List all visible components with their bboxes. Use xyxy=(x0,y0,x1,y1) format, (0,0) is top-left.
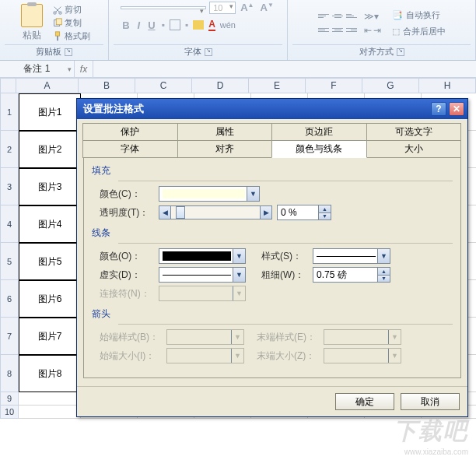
col-header-B[interactable]: B xyxy=(79,78,135,93)
slider-right-button[interactable]: ▶ xyxy=(260,205,272,219)
begin-style-combo: ▼ xyxy=(166,329,244,345)
begin-size-label: 始端大小(I)： xyxy=(100,349,162,363)
cell-A3[interactable]: 图片3 xyxy=(19,168,81,205)
cancel-button[interactable]: 取消 xyxy=(401,393,460,410)
font-name-combo[interactable] xyxy=(121,6,206,9)
line-style-combo[interactable]: ▼ xyxy=(313,248,390,264)
tab-可选文字[interactable]: 可选文字 xyxy=(366,123,462,141)
align-middle-button[interactable] xyxy=(331,11,344,22)
font-dialog-launcher[interactable] xyxy=(205,48,212,56)
indent-inc-button[interactable]: ⇥ xyxy=(373,25,381,36)
clipboard-dialog-launcher[interactable] xyxy=(65,48,72,56)
tab-保护[interactable]: 保护 xyxy=(82,123,178,141)
italic-button[interactable]: I xyxy=(136,19,142,31)
watermark: 下载吧 xyxy=(394,416,468,448)
line-color-combo[interactable]: ▼ xyxy=(159,248,246,264)
tab-颜色与线条[interactable]: 颜色与线条 xyxy=(271,140,367,158)
col-header-G[interactable]: G xyxy=(362,78,419,93)
col-header-H[interactable]: H xyxy=(419,78,476,93)
grow-font-button[interactable]: A▲ xyxy=(239,2,255,13)
cell-A8[interactable]: 图片8 xyxy=(19,355,81,392)
font-group-label: 字体 xyxy=(184,46,201,58)
paste-button[interactable]: 粘贴 xyxy=(18,2,46,44)
bold-button[interactable]: B xyxy=(121,19,131,31)
end-style-label: 末端样式(E)： xyxy=(257,331,319,344)
align-dialog-launcher[interactable] xyxy=(397,48,404,56)
cell-A1[interactable]: 图片1 xyxy=(19,93,81,131)
wrap-text-button[interactable]: 📑 自动换行 xyxy=(392,9,445,21)
underline-button[interactable]: U xyxy=(146,19,156,31)
row-header-3[interactable]: 3 xyxy=(0,168,19,205)
font-size-combo[interactable]: 10 xyxy=(209,2,236,14)
col-header-E[interactable]: E xyxy=(249,78,306,93)
line-dash-label: 虚实(D)： xyxy=(100,269,154,282)
col-header-C[interactable]: C xyxy=(135,78,192,93)
row-header-1[interactable]: 1 xyxy=(0,93,19,131)
fx-button[interactable]: fx xyxy=(75,61,93,77)
line-dash-combo[interactable]: ▼ xyxy=(159,267,246,283)
dialog-titlebar[interactable]: 设置批注格式 ? ✕ xyxy=(77,99,467,119)
cell-A10[interactable] xyxy=(19,406,81,419)
row-header-8[interactable]: 8 xyxy=(0,355,19,392)
shrink-font-button[interactable]: A▼ xyxy=(259,2,275,13)
cell-A6[interactable]: 图片6 xyxy=(19,280,81,318)
paste-label: 粘贴 xyxy=(23,29,41,42)
orientation-button[interactable]: ≫▾ xyxy=(364,11,379,22)
col-header-A[interactable]: A xyxy=(16,78,79,93)
slider-track[interactable] xyxy=(171,205,260,219)
fmtpainter-button[interactable]: 格式刷 xyxy=(52,30,90,42)
fill-color-button[interactable] xyxy=(193,20,204,30)
cell-A4[interactable]: 图片4 xyxy=(19,205,81,243)
cell-A2[interactable]: 图片2 xyxy=(19,131,81,168)
tab-属性[interactable]: 属性 xyxy=(177,123,273,141)
row-header-5[interactable]: 5 xyxy=(0,243,19,280)
borders-button[interactable] xyxy=(170,19,180,30)
transparency-spin[interactable]: 0 %▲▼ xyxy=(277,205,331,220)
font-color-button[interactable]: A xyxy=(208,19,215,31)
tab-对齐[interactable]: 对齐 xyxy=(177,140,273,158)
col-header-F[interactable]: F xyxy=(306,78,362,93)
clipboard-icon xyxy=(21,4,43,27)
ok-button[interactable]: 确定 xyxy=(335,393,394,410)
phonetic-button[interactable]: wén xyxy=(220,20,236,30)
row-header-10[interactable]: 10 xyxy=(0,406,19,419)
cell-A9[interactable] xyxy=(19,392,81,406)
align-left-button[interactable] xyxy=(317,25,330,36)
tab-页边距[interactable]: 页边距 xyxy=(271,123,367,141)
cell-A5[interactable]: 图片5 xyxy=(19,243,81,280)
slider-left-button[interactable]: ◀ xyxy=(159,205,171,219)
fill-color-combo[interactable]: ▼ xyxy=(159,186,260,202)
line-style-label: 样式(S)： xyxy=(261,250,308,263)
align-bottom-button[interactable] xyxy=(345,11,358,22)
align-center-button[interactable] xyxy=(331,25,344,36)
row-header-6[interactable]: 6 xyxy=(0,280,19,318)
transparency-slider[interactable]: ◀ ▶ xyxy=(159,205,272,219)
formula-input[interactable] xyxy=(93,61,476,77)
slider-thumb[interactable] xyxy=(176,206,185,219)
row-header-4[interactable]: 4 xyxy=(0,205,19,243)
tab-字体[interactable]: 字体 xyxy=(82,140,178,158)
select-all-corner[interactable] xyxy=(0,78,16,93)
format-comment-dialog: 设置批注格式 ? ✕ 保护属性页边距可选文字 字体对齐颜色与线条大小 填充 颜色… xyxy=(76,98,468,417)
brush-icon xyxy=(52,31,63,42)
row-header-2[interactable]: 2 xyxy=(0,131,19,168)
align-right-button[interactable] xyxy=(345,25,358,36)
line-weight-spin[interactable]: 0.75 磅▲▼ xyxy=(313,267,390,283)
align-top-button[interactable] xyxy=(317,11,330,22)
svg-rect-5 xyxy=(57,36,58,40)
fill-swatch xyxy=(163,189,245,198)
indent-dec-button[interactable]: ⇤ xyxy=(364,25,372,36)
copy-button[interactable]: 复制 xyxy=(52,17,90,29)
line-color-label: 颜色(O)： xyxy=(100,250,154,263)
tab-大小[interactable]: 大小 xyxy=(366,140,462,158)
cell-A7[interactable]: 图片7 xyxy=(19,318,81,355)
name-box[interactable]: 备注 1 xyxy=(0,61,75,77)
arrow-group-title: 箭头 xyxy=(92,307,453,321)
col-header-D[interactable]: D xyxy=(192,78,249,93)
row-header-9[interactable]: 9 xyxy=(0,392,19,406)
merge-center-button[interactable]: ⬚ 合并后居中 xyxy=(392,26,445,37)
cut-button[interactable]: 剪切 xyxy=(52,4,90,16)
row-header-7[interactable]: 7 xyxy=(0,318,19,355)
close-icon[interactable]: ✕ xyxy=(449,102,464,116)
help-icon[interactable]: ? xyxy=(431,102,446,116)
